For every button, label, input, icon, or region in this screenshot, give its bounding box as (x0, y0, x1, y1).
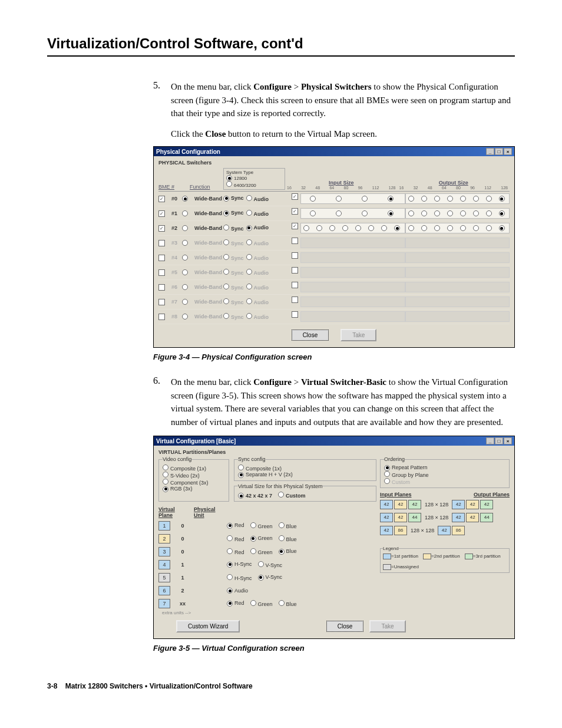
titlebar[interactable]: Virtual Configuration [Basic] _ □ × (154, 436, 514, 446)
hsync-radio[interactable] (227, 574, 233, 580)
group-label: Sync config (238, 456, 266, 462)
audio-label: Audio (254, 270, 269, 276)
input-plane-box: 42 (394, 500, 407, 509)
sync-radio[interactable] (223, 210, 229, 216)
physical-unit: 2 (174, 588, 191, 594)
legend-label: =2nd partition (431, 554, 460, 559)
enable-checkbox[interactable] (158, 269, 165, 276)
enable-checkbox[interactable]: ✓ (158, 225, 165, 232)
maximize-icon[interactable]: □ (495, 437, 503, 444)
ordering-radio[interactable] (384, 471, 390, 477)
io-row: 424242128 × 128424242 (380, 500, 510, 509)
green-radio[interactable] (250, 600, 256, 606)
input-size-box[interactable] (300, 223, 405, 233)
output-size-box[interactable] (405, 208, 510, 219)
blue-radio[interactable] (279, 522, 285, 528)
figure-3-5-caption: Figure 3-5 — Virtual Configuration scree… (153, 644, 515, 653)
sync-config-radio[interactable] (238, 472, 244, 478)
close-icon[interactable]: × (504, 148, 512, 155)
green-radio[interactable] (250, 522, 256, 528)
ordering-group: Ordering Repeat PatternGroup by PlaneCus… (380, 456, 510, 488)
audio-radio (246, 239, 252, 245)
video-config-radio[interactable] (163, 472, 168, 477)
audio-radio[interactable] (246, 195, 252, 201)
minimize-icon[interactable]: _ (486, 437, 494, 444)
radio-label: Audio (234, 588, 248, 594)
radio-6400[interactable] (226, 181, 232, 187)
audio-label: Audio (254, 285, 269, 291)
output-size-box[interactable] (405, 193, 510, 204)
video-config-radio[interactable] (163, 479, 168, 485)
titlebar[interactable]: Physical Configuration _ □ × (154, 147, 514, 156)
ordering-radio[interactable] (384, 465, 390, 471)
enable-checkbox[interactable] (158, 299, 165, 305)
close-button[interactable]: Close (292, 330, 329, 341)
minimize-icon[interactable]: _ (486, 148, 494, 155)
sync-label: Sync (231, 210, 244, 216)
vsync-radio[interactable] (258, 561, 264, 567)
input-size-box[interactable] (300, 208, 405, 219)
audio-radio[interactable] (227, 588, 233, 594)
size-checkbox[interactable]: ✓ (292, 193, 298, 200)
close-icon[interactable]: × (504, 437, 512, 444)
radio-size-fixed[interactable] (238, 493, 244, 499)
bme-number: #3 (171, 240, 177, 246)
wideband-radio (182, 299, 188, 305)
blue-radio[interactable] (279, 600, 285, 606)
wideband-radio (182, 255, 188, 261)
green-radio[interactable] (250, 536, 256, 542)
hsync-radio[interactable] (227, 562, 233, 568)
input-size-box[interactable] (300, 193, 405, 204)
sync-radio[interactable] (223, 196, 229, 202)
red-radio[interactable] (227, 548, 233, 554)
output-size-box[interactable] (405, 223, 510, 233)
radio-size-custom[interactable] (278, 492, 284, 498)
sync-radio[interactable] (223, 225, 229, 230)
enable-checkbox[interactable] (158, 284, 165, 291)
column-output-size: Output Size (398, 180, 510, 186)
green-radio[interactable] (250, 548, 256, 554)
wideband-radio[interactable] (182, 225, 188, 231)
size-checkbox[interactable]: ✓ (292, 208, 298, 215)
bme-row: ✓#1Wide-BandSyncAudio✓ (158, 206, 510, 221)
audio-radio[interactable] (246, 225, 252, 231)
blue-radio[interactable] (279, 535, 285, 541)
radio-label: Repeat Pattern (392, 465, 428, 470)
radio-label: Custom (286, 493, 306, 499)
blue-radio[interactable] (279, 549, 285, 555)
bme-number: #6 (171, 284, 177, 290)
radio-12800[interactable] (226, 175, 232, 181)
enable-checkbox[interactable] (158, 314, 165, 320)
sync-label: Sync (231, 314, 244, 320)
enable-checkbox[interactable] (158, 255, 165, 261)
red-radio[interactable] (227, 601, 233, 607)
maximize-icon[interactable]: □ (495, 148, 503, 155)
wideband-radio[interactable] (182, 196, 188, 202)
radio-label: Green (258, 523, 273, 529)
take-button[interactable]: Take (369, 620, 405, 633)
close-button[interactable]: Close (326, 621, 364, 632)
video-config-radio[interactable] (163, 486, 168, 492)
red-radio[interactable] (227, 523, 233, 529)
bme-row: #6Wide-BandSyncAudio (158, 280, 510, 295)
radio-label: Red (234, 549, 244, 555)
output-plane-box: 42 (452, 513, 465, 522)
sync-config-radio[interactable] (238, 465, 244, 470)
radio-label: S-Video (2x) (170, 473, 200, 479)
size-checkbox[interactable]: ✓ (292, 223, 298, 229)
plane-row: 51H-SyncV-Sync (158, 571, 376, 584)
audio-radio[interactable] (246, 210, 252, 216)
wideband-radio (182, 240, 188, 246)
wideband-radio[interactable] (182, 210, 188, 216)
legend-swatch (423, 554, 431, 559)
figure-3-4-caption: Figure 3-4 — Physical Configuration scre… (153, 353, 515, 361)
enable-checkbox[interactable]: ✓ (158, 196, 165, 202)
physical-unit: 1 (174, 575, 191, 581)
enable-checkbox[interactable]: ✓ (158, 210, 165, 217)
enable-checkbox[interactable] (158, 240, 165, 246)
take-button[interactable]: Take (340, 329, 376, 341)
video-config-radio[interactable] (163, 465, 168, 470)
custom-wizard-button[interactable]: Custom Wizard (176, 620, 240, 633)
red-radio[interactable] (227, 535, 233, 541)
vsync-radio[interactable] (258, 575, 264, 581)
